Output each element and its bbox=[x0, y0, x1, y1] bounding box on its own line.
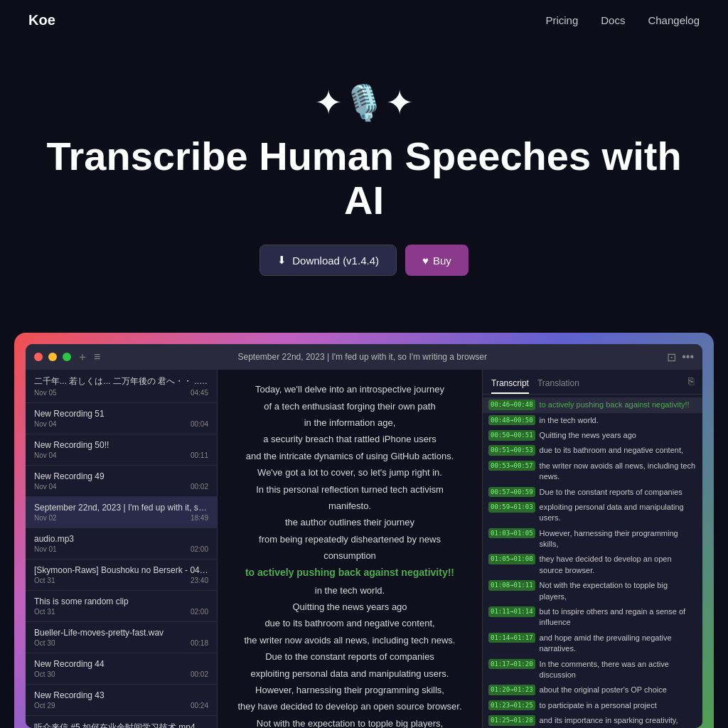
sidebar-item-time: 23:40 bbox=[191, 577, 208, 584]
transcript-row[interactable]: 01:03→01:05 However, harnessing their pr… bbox=[483, 526, 702, 552]
nav-pricing[interactable]: Pricing bbox=[545, 14, 578, 26]
buy-button[interactable]: ♥ Buy bbox=[405, 245, 469, 276]
transcript-row[interactable]: 00:48→00:50 in the tech world. bbox=[483, 413, 702, 428]
sidebar-item-date: Nov 04 bbox=[34, 451, 57, 459]
transcript-row[interactable]: 01:20→01:23 about the original poster's … bbox=[483, 682, 702, 697]
transcript-time: 00:59→01:03 bbox=[488, 502, 535, 513]
transcript-time: 01:03→01:05 bbox=[488, 528, 535, 539]
hero-buttons: ⬇ Download (v1.4.4) ♥ Buy bbox=[28, 245, 700, 276]
nav-changelog[interactable]: Changelog bbox=[648, 14, 700, 26]
transcript-text: to participate in a personal project bbox=[540, 700, 657, 711]
transcript-row[interactable]: 01:17→01:20 In the comments, there was a… bbox=[483, 657, 702, 683]
transcript-time: 01:20→01:23 bbox=[488, 685, 535, 695]
sidebar-item[interactable]: New Recording 44 Oct 30 00:02 bbox=[26, 653, 217, 685]
sidebar-item-meta: Oct 30 00:18 bbox=[34, 639, 208, 647]
download-icon: ⬇ bbox=[277, 254, 287, 267]
main-text-line: to actively pushing back against negativ… bbox=[235, 564, 465, 582]
download-button[interactable]: ⬇ Download (v1.4.4) bbox=[259, 245, 397, 276]
transcript-row[interactable]: 00:53→00:57 the writer now avoids all ne… bbox=[483, 459, 702, 485]
transcript-time: 00:46→00:48 bbox=[488, 400, 535, 410]
sidebar-item[interactable]: audio.mp3 Nov 01 02:00 bbox=[26, 528, 217, 560]
main-text-line: the writer now avoids all news, includin… bbox=[235, 632, 465, 648]
sidebar-item-date: Nov 01 bbox=[34, 545, 57, 553]
transcript-time: 01:25→01:28 bbox=[488, 715, 535, 726]
sidebar-item-date: Oct 30 bbox=[34, 639, 55, 647]
transcript-row[interactable]: 00:57→00:59 Due to the constant reports … bbox=[483, 485, 702, 500]
sidebar-item[interactable]: New Recording 49 Nov 04 00:02 bbox=[26, 466, 217, 497]
sidebar-item-meta: Oct 30 00:02 bbox=[34, 670, 208, 678]
sidebar-item-date: Nov 05 bbox=[34, 389, 57, 397]
sidebar-item-date: Nov 02 bbox=[34, 514, 57, 522]
transcript-row[interactable]: 01:23→01:25 to participate in a personal… bbox=[483, 698, 702, 713]
sidebar-item[interactable]: New Recording 51 Nov 04 00:04 bbox=[26, 403, 217, 434]
sidebar-item-date: Oct 31 bbox=[34, 577, 55, 584]
sidebar-item-date: Nov 04 bbox=[34, 483, 57, 491]
sidebar-item-meta: Oct 31 23:40 bbox=[34, 577, 208, 584]
sidebar-item[interactable]: 听众来信 #5 如何在业余时间学习技术.mp4 Oct 28 16:02 bbox=[26, 716, 217, 728]
sidebar-item-time: 00:02 bbox=[191, 483, 208, 491]
nav-links: Pricing Docs Changelog bbox=[545, 14, 700, 26]
copy-icon[interactable]: ⎘ bbox=[688, 375, 694, 394]
tab-transcript[interactable]: Transcript bbox=[491, 375, 529, 394]
sidebar-item-title: 听众来信 #5 如何在业余时间学习技术.mp4 bbox=[34, 722, 208, 728]
sidebar-item-title: [Skymoon-Raws] Boushoku no Berserk - 04 … bbox=[34, 565, 208, 575]
transcript-time: 01:05→01:08 bbox=[488, 554, 535, 564]
sidebar-item[interactable]: 二千年... 若しくは... 二万年後の 君へ・・ ...mp4 Nov 05 … bbox=[26, 370, 217, 403]
window-body: 二千年... 若しくは... 二万年後の 君へ・・ ...mp4 Nov 05 … bbox=[26, 370, 702, 728]
sidebar-item-date: Oct 29 bbox=[34, 702, 55, 710]
app-screenshot: ＋ ≡ September 22nd, 2023 | I'm fed up wi… bbox=[14, 333, 714, 728]
sidebar-item[interactable]: New Recording 50!! Nov 04 00:11 bbox=[26, 434, 217, 466]
transcript-row[interactable]: 01:25→01:28 and its importance in sparki… bbox=[483, 713, 702, 728]
transcript-panel: Transcript Translation ⎘ 00:46→00:48 to … bbox=[482, 370, 702, 728]
sidebar-item-title: 二千年... 若しくは... 二万年後の 君へ・・ ...mp4 bbox=[34, 375, 208, 387]
minimize-button[interactable] bbox=[48, 353, 57, 361]
transcript-row[interactable]: 01:05→01:08 they have decided to develop… bbox=[483, 552, 702, 578]
sidebar-item[interactable]: Bueller-Life-moves-pretty-fast.wav Oct 3… bbox=[26, 622, 217, 653]
transcript-row[interactable]: 00:50→00:51 Quitting the news years ago bbox=[483, 428, 702, 443]
transcript-row[interactable]: 01:14→01:17 and hope amid the prevailing… bbox=[483, 631, 702, 657]
sidebar-item-meta: Nov 02 18:49 bbox=[34, 514, 208, 522]
sidebar-item-time: 04:45 bbox=[191, 389, 208, 397]
main-text-line: a security breach that rattled iPhone us… bbox=[235, 431, 465, 447]
transcript-row[interactable]: 00:46→00:48 to actively pushing back aga… bbox=[483, 397, 702, 412]
transcript-row[interactable]: 00:59→01:03 exploiting personal data and… bbox=[483, 500, 702, 526]
expand-icon[interactable]: ⊡ bbox=[667, 350, 676, 364]
main-text-line: Quitting the news years ago bbox=[235, 599, 465, 615]
transcript-text: in the tech world. bbox=[540, 415, 599, 426]
sidebar-item[interactable]: This is some random clip Oct 31 02:00 bbox=[26, 591, 217, 622]
transcript-rows: 00:46→00:48 to actively pushing back aga… bbox=[483, 395, 702, 728]
sidebar-item-title: New Recording 43 bbox=[34, 690, 208, 700]
transcript-text: about the original poster's OP choice bbox=[540, 685, 667, 695]
sidebar-item[interactable]: [Skymoon-Raws] Boushoku no Berserk - 04 … bbox=[26, 560, 217, 591]
more-icon[interactable]: ••• bbox=[682, 350, 694, 363]
tab-translation[interactable]: Translation bbox=[537, 375, 579, 394]
transcript-time: 00:57→00:59 bbox=[488, 487, 535, 498]
main-text-line: exploiting personal data and manipulatin… bbox=[235, 665, 465, 682]
transcript-time: 00:51→00:53 bbox=[488, 445, 535, 456]
transcript-text: but to inspire others and regain a sense… bbox=[540, 606, 697, 628]
transcript-time: 00:48→00:50 bbox=[488, 415, 535, 426]
transcript-text: In the comments, there was an active dis… bbox=[540, 659, 697, 681]
sidebar-item-title: September 22nd, 2023 | I'm fed up with i… bbox=[34, 503, 208, 513]
logo: Koe bbox=[28, 12, 55, 28]
main-text-line: Not with the expectation to topple big p… bbox=[235, 715, 465, 728]
transcript-time: 01:23→01:25 bbox=[488, 700, 535, 711]
transcript-text: they have decided to develop an open sou… bbox=[540, 554, 697, 576]
sidebar-item-date: Oct 31 bbox=[34, 608, 55, 616]
mac-window: ＋ ≡ September 22nd, 2023 | I'm fed up wi… bbox=[26, 344, 702, 728]
heart-icon: ♥ bbox=[422, 255, 429, 267]
sidebar-item[interactable]: New Recording 43 Oct 29 00:24 bbox=[26, 685, 217, 716]
transcript-row[interactable]: 00:51→00:53 due to its bathroom and nega… bbox=[483, 443, 702, 458]
nav-docs[interactable]: Docs bbox=[601, 14, 625, 26]
sidebar-item-time: 00:11 bbox=[191, 451, 208, 459]
transcript-row[interactable]: 01:11→01:14 but to inspire others and re… bbox=[483, 604, 702, 631]
sidebar-item[interactable]: September 22nd, 2023 | I'm fed up with i… bbox=[26, 497, 217, 528]
transcript-time: 01:11→01:14 bbox=[488, 606, 535, 617]
main-text-line: the author outlines their journey bbox=[235, 514, 465, 530]
transcript-row[interactable]: 01:08→01:11 Not with the expectation to … bbox=[483, 578, 702, 604]
transcript-text: and its importance in sparking creativit… bbox=[540, 715, 678, 726]
close-button[interactable] bbox=[34, 353, 43, 361]
sidebar-item-title: Bueller-Life-moves-pretty-fast.wav bbox=[34, 628, 208, 638]
sidebar-item-meta: Oct 29 00:24 bbox=[34, 702, 208, 710]
transcript-text: Quitting the news years ago bbox=[540, 430, 636, 441]
